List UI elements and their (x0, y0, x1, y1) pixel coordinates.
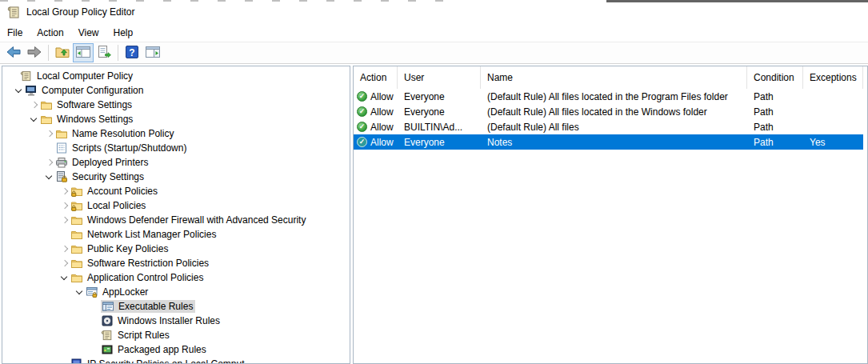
rule-row[interactable]: ✓Allow BUILTIN\Ad... (Default Rule) All … (354, 119, 863, 134)
tree-item-windows-installer-rules[interactable]: Windows Installer Rules (2, 314, 350, 328)
menu-view[interactable]: View (71, 25, 106, 41)
folder-icon (70, 214, 83, 226)
rule-row-selected[interactable]: ✓Allow Everyone Notes Path Yes (354, 134, 863, 150)
tree-item-public-key-policies[interactable]: Public Key Policies (2, 242, 350, 256)
folder-icon (55, 127, 68, 140)
tree-item-network-list-manager-policies[interactable]: Network List Manager Policies (2, 227, 350, 242)
tree-item-security-settings[interactable]: Security Settings (2, 170, 350, 184)
folder-icon (70, 257, 83, 270)
rule-name: (Default Rule) All files located in the … (481, 89, 747, 104)
show-action-pane-button[interactable] (142, 43, 163, 62)
tree-item-software-settings[interactable]: Software Settings (2, 98, 350, 112)
chevron-right-icon[interactable] (42, 127, 55, 140)
rule-exceptions: Yes (803, 134, 863, 150)
chevron-down-icon[interactable] (58, 271, 70, 284)
column-header-name[interactable]: Name (481, 66, 747, 89)
rules-list-panel: Action User Name Condition Exceptions ✓A… (353, 66, 868, 364)
menu-file[interactable]: File (0, 25, 30, 41)
tree-item-label: Public Key Policies (85, 242, 170, 255)
tree-item-applocker[interactable]: AppLocker (2, 285, 350, 299)
tree-item-local-policies[interactable]: Local Policies (2, 198, 350, 213)
rule-action: Allow (370, 137, 394, 148)
chevron-right-icon[interactable] (58, 199, 70, 212)
rule-condition: Path (747, 104, 803, 119)
rule-name: Notes (481, 134, 747, 150)
tree-item-software-restriction-policies[interactable]: Software Restriction Policies (2, 256, 350, 270)
tree-item-label: IP Security Policies on Local Comput... (85, 358, 255, 364)
window-top-edge (0, 0, 448, 2)
export-list-button[interactable] (94, 43, 114, 62)
folder-icon (40, 113, 53, 126)
show-console-tree-button[interactable] (73, 43, 94, 62)
tree-item-executable-rules[interactable]: Executable Rules (2, 299, 350, 314)
window-top-edge-solid (606, 0, 868, 2)
chevron-right-icon[interactable] (58, 242, 70, 255)
chevron-down-icon[interactable] (73, 286, 86, 298)
help-button[interactable]: ? (122, 43, 142, 62)
tree-item-windows-defender-firewall[interactable]: Windows Defender Firewall with Advanced … (2, 213, 350, 227)
rule-name: (Default Rule) All files located in the … (481, 104, 747, 119)
title-bar: Local Group Policy Editor (0, 0, 868, 24)
gpedit-scroll-icon (7, 6, 21, 19)
column-header-condition[interactable]: Condition (747, 66, 803, 89)
chevron-none (58, 358, 70, 364)
chevron-right-icon[interactable] (58, 214, 70, 226)
tree-item-script-rules[interactable]: Script Rules (2, 328, 350, 342)
folder-up-icon (54, 44, 70, 62)
folder-icon (70, 271, 83, 284)
chevron-right-icon[interactable] (27, 98, 40, 111)
tree-item-label: Local Policies (85, 199, 148, 212)
folder-lock-icon (70, 199, 83, 212)
tree-item-label: Executable Rules (116, 300, 195, 313)
tree-item-label: Software Settings (54, 98, 134, 111)
rule-action: Allow (370, 106, 394, 118)
tree-item-name-resolution-policy[interactable]: Name Resolution Policy (2, 126, 350, 141)
tree-item-deployed-printers[interactable]: Deployed Printers (2, 155, 350, 170)
scroll-icon (20, 70, 33, 82)
rule-row[interactable]: ✓Allow Everyone (Default Rule) All files… (354, 89, 863, 104)
up-one-level-button[interactable] (52, 43, 73, 62)
menu-help[interactable]: Help (106, 25, 141, 41)
tree-item-ip-security-policies[interactable]: IP Security Policies on Local Comput... (2, 357, 350, 364)
printer-icon (55, 156, 68, 169)
rule-user: Everyone (398, 89, 481, 104)
allow-check-icon: ✓ (357, 122, 367, 132)
rule-row[interactable]: ✓Allow Everyone (Default Rule) All files… (354, 104, 863, 119)
toolbar-separator (48, 45, 49, 61)
chevron-down-icon[interactable] (12, 84, 25, 97)
tree-item-label: Local Computer Policy (34, 70, 135, 82)
rule-condition: Path (747, 134, 803, 150)
menu-bar: File Action View Help (0, 24, 868, 42)
menu-action[interactable]: Action (30, 25, 70, 41)
tree-item-label: Software Restriction Policies (85, 257, 211, 270)
back-button[interactable] (3, 43, 24, 62)
tree-item-windows-settings[interactable]: Windows Settings (2, 112, 350, 126)
forward-button[interactable] (24, 43, 45, 62)
rule-exceptions (803, 89, 863, 104)
column-header-exceptions[interactable]: Exceptions (803, 66, 863, 89)
window-title: Local Group Policy Editor (26, 6, 134, 18)
column-header-user[interactable]: User (398, 66, 481, 89)
chevron-none (88, 329, 101, 342)
folder-icon (70, 242, 83, 255)
tree-item-packaged-app-rules[interactable]: Packaged app Rules (2, 342, 350, 357)
chevron-right-icon[interactable] (58, 257, 70, 270)
allow-check-icon: ✓ (357, 137, 367, 147)
chevron-down-icon[interactable] (27, 113, 40, 126)
rule-name: (Default Rule) All files (481, 119, 747, 134)
tree-item-account-policies[interactable]: Account Policies (2, 184, 350, 198)
rule-condition: Path (747, 89, 803, 104)
chevron-none (58, 228, 70, 241)
column-header-action[interactable]: Action (354, 66, 398, 89)
tree-item-scripts[interactable]: Scripts (Startup/Shutdown) (2, 141, 350, 155)
tree-item-computer-configuration[interactable]: Computer Configuration (2, 83, 350, 98)
folder-icon (40, 98, 53, 111)
toolbar: ? (0, 42, 868, 64)
folder-lock-icon (70, 185, 83, 198)
scripts-icon (55, 142, 68, 154)
tree-item-application-control-policies[interactable]: Application Control Policies (2, 270, 350, 285)
chevron-down-icon[interactable] (42, 170, 55, 183)
chevron-right-icon[interactable] (42, 156, 55, 169)
tree-item-local-computer-policy[interactable]: Local Computer Policy (2, 69, 350, 83)
chevron-right-icon[interactable] (58, 185, 70, 198)
